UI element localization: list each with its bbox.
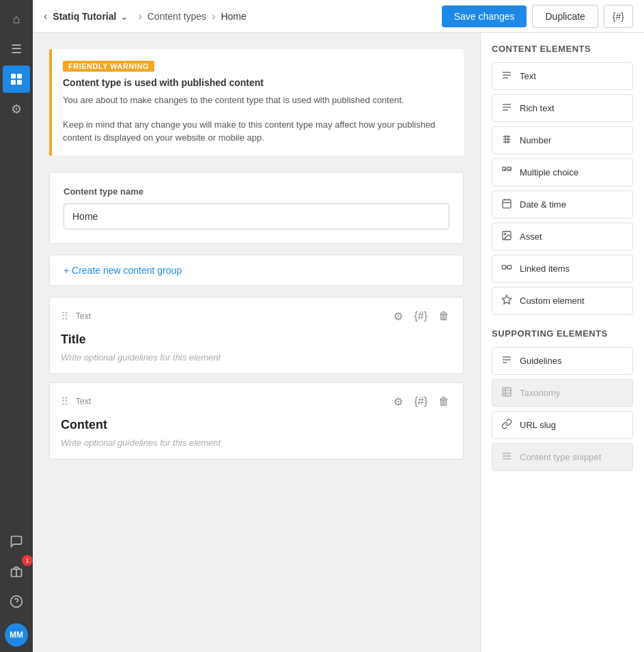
element-btn-linked-items[interactable]: Linked items [492,255,633,283]
user-avatar[interactable]: MM [5,623,28,647]
element-btn-asset[interactable]: Asset [492,223,633,251]
svg-rect-19 [503,200,511,208]
asset-icon [501,230,513,243]
custom-element-icon [501,294,513,307]
element-actions-content: ⚙ {#} 🗑 [391,394,452,410]
element-delete-content[interactable]: 🗑 [436,394,452,409]
top-header: ‹ Statiq Tutorial ⌄ › Content types › Ho… [33,0,644,33]
back-button[interactable]: ‹ [44,10,47,23]
element-btn-multiple-choice[interactable]: Multiple choice [492,158,633,186]
guidelines-icon [501,354,513,367]
warning-banner: FRIENDLY WARNING Content type is used wi… [49,49,464,156]
element-label-number: Number [520,135,551,145]
sidebar-icon-content[interactable] [3,66,30,93]
content-type-name-card: Content type name [49,172,464,244]
svg-rect-32 [503,388,511,396]
main-area: ‹ Statiq Tutorial ⌄ › Content types › Ho… [33,0,644,652]
project-dropdown-icon[interactable]: ⌄ [120,11,128,22]
content-type-name-input[interactable] [64,203,449,229]
element-label-multiple-choice: Multiple choice [520,167,578,178]
breadcrumb-current: Home [221,11,246,22]
element-card-content: ⠿ Text ⚙ {#} 🗑 Content Write optional gu… [49,382,464,459]
content-area: FRIENDLY WARNING Content type is used wi… [33,33,644,652]
create-group-label: + Create new content group [64,265,182,276]
code-button[interactable]: {#} [604,5,633,28]
breadcrumb-separator-1: › [138,10,141,23]
number-icon [501,134,513,147]
element-settings-title[interactable]: ⚙ [391,309,406,324]
element-type-content: Text [76,397,391,406]
multiple-choice-icon [501,166,513,179]
svg-rect-0 [11,74,16,79]
element-btn-guidelines[interactable]: Guidelines [492,347,633,375]
element-actions-title: ⚙ {#} 🗑 [391,309,452,324]
element-card-content-header: ⠿ Text ⚙ {#} 🗑 [61,394,452,410]
svg-rect-2 [11,80,16,85]
project-name[interactable]: Statiq Tutorial [53,11,116,22]
element-btn-date-time[interactable]: Date & time [492,190,633,218]
svg-marker-28 [502,295,511,304]
element-label-guidelines: Guidelines [520,356,561,366]
element-name-content: Content [61,418,452,432]
element-btn-text[interactable]: Text [492,62,633,90]
element-label-custom-element: Custom element [520,296,585,306]
sidebar-icon-home[interactable]: ⌂ [3,5,30,33]
element-label-content-type-snippet: Content type snippet [520,452,601,462]
rich-text-icon [501,102,513,115]
element-label-date-time: Date & time [520,199,566,210]
date-time-icon [501,198,513,211]
breadcrumb-separator-2: › [212,10,215,23]
element-delete-title[interactable]: 🗑 [436,309,452,324]
element-label-asset: Asset [520,231,542,242]
drag-handle-title[interactable]: ⠿ [61,310,69,323]
element-btn-custom-element[interactable]: Custom element [492,287,633,315]
url-slug-icon [501,419,513,431]
element-label-rich-text: Rich text [520,103,555,113]
element-btn-url-slug[interactable]: URL slug [492,411,633,439]
warning-title: Content type is used with published cont… [63,77,453,88]
svg-rect-26 [507,266,511,269]
content-elements-title: Content elements [492,44,633,54]
drag-handle-content[interactable]: ⠿ [61,395,69,408]
left-sidebar: ⌂ ☰ ⚙ 1 MM [0,0,33,652]
save-changes-button[interactable]: Save changes [442,5,527,27]
breadcrumb-content-types[interactable]: Content types [148,11,206,22]
right-sidebar: Content elements Text Rich text Number [480,33,644,652]
element-guideline-content: Write optional guidelines for this eleme… [61,438,452,448]
content-type-name-label: Content type name [64,186,449,197]
sidebar-icon-chat[interactable] [3,528,30,555]
sidebar-icon-settings[interactable]: ⚙ [3,96,30,123]
element-label-text: Text [520,71,536,81]
element-btn-number[interactable]: Number [492,126,633,154]
taxonomy-icon [501,386,513,399]
text-icon [501,70,513,83]
element-code-title[interactable]: {#} [411,309,430,324]
element-btn-taxonomy: Taxonomy [492,379,633,407]
element-guideline-title: Write optional guidelines for this eleme… [61,352,452,363]
sidebar-icon-menu[interactable]: ☰ [3,36,30,63]
svg-rect-25 [502,266,505,269]
linked-items-icon [501,262,513,275]
create-content-group-button[interactable]: + Create new content group [49,255,464,286]
element-card-title: ⠿ Text ⚙ {#} 🗑 Title Write optional guid… [49,297,464,374]
editor-main: FRIENDLY WARNING Content type is used wi… [33,33,480,652]
svg-rect-3 [17,80,22,85]
element-type-title: Text [76,311,391,321]
element-card-title-header: ⠿ Text ⚙ {#} 🗑 [61,309,452,324]
notification-badge: 1 [22,555,33,566]
element-settings-content[interactable]: ⚙ [391,394,406,410]
warning-label: FRIENDLY WARNING [63,61,154,72]
warning-line2: Keep in mind that any change you will ma… [63,118,453,145]
element-btn-rich-text[interactable]: Rich text [492,94,633,122]
element-label-url-slug: URL slug [520,420,556,430]
duplicate-button[interactable]: Duplicate [532,5,598,28]
svg-rect-1 [17,74,22,79]
sidebar-icon-help[interactable] [3,588,30,615]
supporting-elements-section: Supporting elements Guidelines Taxonomy [492,328,633,471]
element-code-content[interactable]: {#} [411,394,430,409]
sidebar-icon-gifts-wrapper[interactable]: 1 [3,558,30,588]
content-type-snippet-icon [501,451,513,464]
element-name-title: Title [61,332,452,347]
element-label-taxonomy: Taxonomy [520,388,560,398]
warning-line1: You are about to make changes to the con… [63,94,453,107]
